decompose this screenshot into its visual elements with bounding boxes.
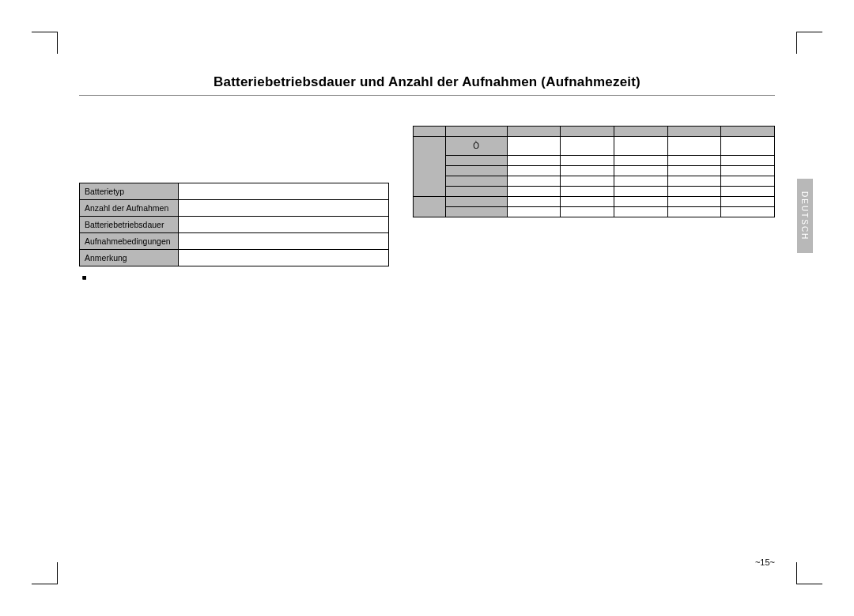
capacity-row-header	[413, 197, 445, 217]
capacity-cell	[507, 187, 561, 197]
battery-spec-value	[178, 217, 388, 233]
capacity-row-header	[445, 197, 507, 207]
page-title: Batteriebetriebsdauer und Anzahl der Auf…	[79, 74, 775, 96]
capacity-cell	[561, 156, 614, 166]
capacity-row-header	[445, 187, 507, 197]
capacity-header	[507, 127, 561, 137]
capacity-cell	[721, 176, 775, 187]
battery-spec-label: Aufnahmebedingungen	[80, 233, 179, 250]
capacity-cell	[507, 207, 561, 217]
battery-intro-text	[79, 119, 389, 168]
battery-spec-label: Anmerkung	[80, 250, 179, 266]
capacity-row-header	[445, 176, 507, 187]
capacity-cell	[561, 176, 614, 187]
capacity-cell	[614, 207, 667, 217]
capacity-cell	[614, 187, 667, 197]
battery-spec-value	[178, 183, 388, 200]
capacity-header	[413, 127, 445, 137]
page-number: ~15~	[755, 557, 775, 567]
capacity-row-header	[445, 207, 507, 217]
capacity-cell	[507, 156, 561, 166]
capacity-header	[721, 127, 775, 137]
battery-spec-value	[178, 250, 388, 266]
capacity-cell	[614, 166, 667, 176]
right-column: Ò	[406, 119, 775, 217]
capacity-cell	[721, 187, 775, 197]
capacity-cell	[721, 166, 775, 176]
battery-spec-label: Batterietyp	[80, 183, 179, 200]
capacity-header	[614, 127, 667, 137]
capacity-cell	[667, 137, 721, 156]
capacity-cell	[561, 197, 614, 207]
language-tab-label: DEUTSCH	[800, 191, 809, 240]
capacity-cell	[721, 207, 775, 217]
language-tab: DEUTSCH	[797, 179, 813, 253]
capacity-cell	[667, 207, 721, 217]
capacity-cell	[721, 156, 775, 166]
capacity-cell	[667, 197, 721, 207]
capacity-cell	[507, 176, 561, 187]
capacity-header	[445, 127, 507, 137]
capacity-table: Ò	[413, 126, 775, 217]
battery-spec-label: Batteriebetriebsdauer	[80, 217, 179, 233]
capacity-cell	[667, 187, 721, 197]
capacity-row-header	[445, 166, 507, 176]
battery-spec-label: Anzahl der Aufnahmen	[80, 200, 179, 217]
capacity-cell	[614, 137, 667, 156]
capacity-cell	[507, 197, 561, 207]
capacity-cell	[667, 166, 721, 176]
capacity-cell	[614, 156, 667, 166]
capacity-cell	[561, 187, 614, 197]
capacity-cell	[667, 156, 721, 166]
capacity-row-header	[413, 137, 445, 197]
capacity-cell	[614, 197, 667, 207]
capacity-header	[667, 127, 721, 137]
left-column: Batterietyp Anzahl der Aufnahmen Batteri…	[79, 119, 406, 273]
capacity-cell	[614, 176, 667, 187]
capacity-row-header	[445, 156, 507, 166]
capacity-row-header: Ò	[445, 137, 507, 156]
capacity-cell	[721, 137, 775, 156]
manual-page: Batteriebetriebsdauer und Anzahl der Auf…	[79, 74, 775, 545]
capacity-cell	[561, 166, 614, 176]
capacity-cell	[561, 137, 614, 156]
capacity-cell	[721, 197, 775, 207]
capacity-header	[561, 127, 614, 137]
capacity-cell	[667, 176, 721, 187]
battery-spec-value	[178, 233, 388, 250]
capacity-cell	[507, 166, 561, 176]
capacity-cell	[561, 207, 614, 217]
battery-spec-table: Batterietyp Anzahl der Aufnahmen Batteri…	[79, 183, 389, 266]
capacity-cell	[507, 137, 561, 156]
battery-spec-value	[178, 200, 388, 217]
